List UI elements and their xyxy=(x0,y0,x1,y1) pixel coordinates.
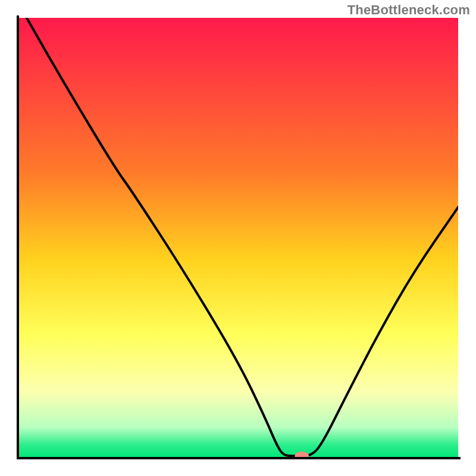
plot-background xyxy=(18,18,458,458)
bottleneck-chart xyxy=(0,0,476,476)
watermark-text: TheBottleneck.com xyxy=(347,2,470,18)
chart-container: TheBottleneck.com xyxy=(0,0,476,476)
